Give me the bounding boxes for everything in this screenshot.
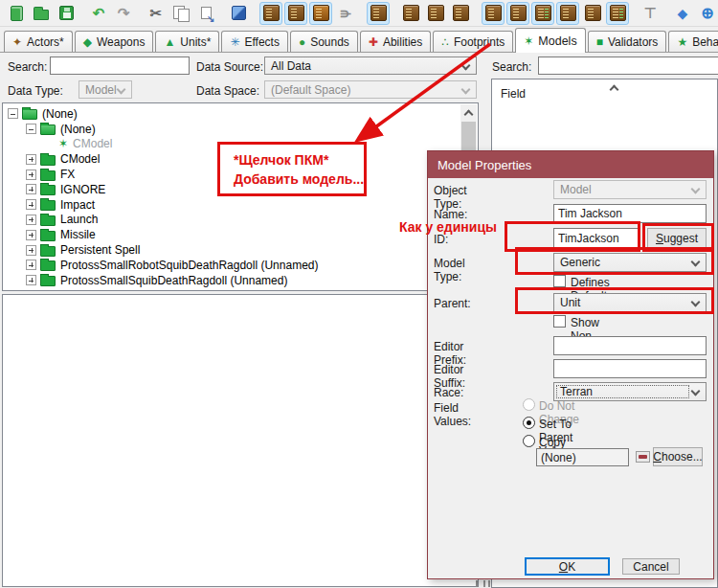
show-world-button[interactable]: ⊕ <box>696 2 718 25</box>
branch-icon: ⋔ <box>338 8 353 19</box>
defines-default-values-checkbox[interactable] <box>553 275 566 287</box>
copy-from-color-button[interactable] <box>636 451 650 463</box>
tab-abilities[interactable]: ✚Abilities <box>360 31 431 52</box>
field-search-input[interactable] <box>538 57 718 75</box>
tree-item-label: IGNORE <box>60 183 105 196</box>
show-non-default-checkbox[interactable] <box>553 315 566 328</box>
cut-button[interactable]: ✂ <box>145 2 168 25</box>
terrain-module-button[interactable] <box>259 2 282 25</box>
tab-actors[interactable]: ✦Actors* <box>4 31 73 52</box>
pathing-layer-button[interactable] <box>581 2 604 25</box>
doodads-layer-button[interactable] <box>531 2 554 25</box>
choose-button[interactable]: Choose... <box>653 447 703 466</box>
tab-models[interactable]: ✶Models <box>515 28 585 53</box>
parent-select[interactable]: Unit <box>553 293 707 312</box>
show-resources-button[interactable]: ◆ <box>671 2 694 25</box>
id-field[interactable] <box>553 228 639 248</box>
tab-effects[interactable]: ✳Effects <box>221 31 288 52</box>
tree-item[interactable]: Impact <box>4 197 460 213</box>
tree-item[interactable]: IGNORE <box>4 182 460 197</box>
paste-button[interactable] <box>194 2 217 25</box>
copy-from-field[interactable]: (None) <box>536 448 629 466</box>
race-select[interactable]: Terran <box>553 382 707 401</box>
cancel-button[interactable]: Cancel <box>622 558 680 575</box>
ok-button[interactable]: OK <box>525 557 610 576</box>
tree-item[interactable]: Persistent Spell <box>4 242 460 258</box>
tab-sounds[interactable]: ●Sounds <box>290 31 358 52</box>
data-module-button[interactable] <box>367 2 390 25</box>
tree-item[interactable]: FX <box>4 167 460 182</box>
tab-label: Effects <box>244 35 279 49</box>
scroll-up-button[interactable] <box>460 104 477 120</box>
tree-collapse-icon[interactable] <box>8 108 18 119</box>
splitter-grip[interactable] <box>488 580 490 587</box>
tree-item[interactable]: Launch <box>4 213 460 228</box>
tree-item[interactable]: (None) <box>4 122 460 137</box>
copy-from-radio[interactable] <box>523 435 535 447</box>
units-layer-button[interactable] <box>556 2 579 25</box>
text-module-button[interactable] <box>399 2 422 25</box>
tree-expand-icon[interactable] <box>26 184 36 194</box>
chevron-down-icon <box>461 61 471 71</box>
tree-item-label: FX <box>60 168 75 181</box>
tree-expand-icon[interactable] <box>26 245 36 256</box>
tab-validators[interactable]: ■Validators <box>588 31 667 52</box>
tab-behaviors[interactable]: ★Behaviors <box>668 31 718 52</box>
set-to-parent-value-radio[interactable] <box>523 417 535 429</box>
undo-button[interactable]: ↶ <box>87 2 110 25</box>
do-not-change-radio[interactable] <box>523 398 535 411</box>
data-space-select[interactable]: (Default Space) <box>264 80 477 99</box>
terrain-layer-button[interactable] <box>506 2 529 25</box>
object-type-select[interactable]: Model <box>553 180 707 199</box>
tree-expand-icon[interactable] <box>26 275 36 285</box>
model-type-select[interactable]: Generic <box>553 253 707 272</box>
splitter-grip[interactable] <box>476 580 478 587</box>
editor-prefix-field[interactable] <box>553 336 707 355</box>
data-source-select[interactable]: All Data <box>264 57 477 75</box>
trigger-module-button[interactable] <box>284 2 307 25</box>
tree-item[interactable]: Missile <box>4 227 460 242</box>
tree-item[interactable]: (None) <box>4 106 460 122</box>
splitter-grip[interactable] <box>483 580 485 587</box>
ui-module-button[interactable] <box>449 2 472 25</box>
tree-item[interactable]: ProtossSmallRobotSquibDeathRagdoll (Unna… <box>4 258 460 273</box>
sort-ascending-icon[interactable] <box>610 85 619 95</box>
tree-expand-icon[interactable] <box>26 215 36 225</box>
ai-module-button[interactable] <box>424 2 447 25</box>
undo-arrow-icon: ↶ <box>93 6 105 20</box>
open-document-button[interactable] <box>30 2 53 25</box>
tab-footprints[interactable]: ∴Footprints <box>433 31 513 52</box>
editor-suffix-field[interactable] <box>553 359 707 378</box>
dialog-title-bar[interactable]: Model Properties <box>428 151 713 178</box>
tree-expand-icon[interactable] <box>26 230 36 240</box>
save-document-button[interactable] <box>55 2 78 25</box>
data-type-select[interactable]: Model <box>79 80 132 99</box>
show-terrain-button[interactable]: ⊤ <box>639 2 662 25</box>
tab-label: Validators <box>608 35 658 49</box>
overview-manager-button[interactable] <box>482 2 505 25</box>
tab-label: Sounds <box>310 35 349 49</box>
tab-units[interactable]: ▲Units* <box>155 31 219 52</box>
field-column-header[interactable]: Field <box>501 87 526 101</box>
tree-expand-icon[interactable] <box>26 154 36 165</box>
cutscene-module-button[interactable]: ⋔ <box>334 2 357 25</box>
cameras-layer-button[interactable] <box>606 2 629 25</box>
new-document-button[interactable] <box>5 2 28 25</box>
tree-item[interactable]: CModel <box>4 151 460 167</box>
redo-button[interactable]: ↷ <box>112 2 135 25</box>
tree-expand-icon[interactable] <box>26 170 36 180</box>
name-field[interactable] <box>553 204 707 223</box>
paste-page-icon <box>201 7 212 19</box>
tree-item[interactable]: ✶CModel <box>4 137 460 152</box>
test-document-button[interactable] <box>227 2 250 25</box>
search-input[interactable] <box>50 57 190 75</box>
tree-item[interactable]: SM <box>4 288 460 289</box>
tree-item[interactable]: ProtossSmallSquibDeathRagdoll (Unnamed) <box>4 273 460 288</box>
tree-collapse-icon[interactable] <box>26 124 36 134</box>
tree-expand-icon[interactable] <box>26 199 36 210</box>
copy-button[interactable] <box>169 2 192 25</box>
suggest-button[interactable]: Suggest <box>647 228 707 248</box>
import-module-button[interactable] <box>309 2 332 25</box>
tab-weapons[interactable]: ◆Weapons <box>75 31 154 52</box>
tree-expand-icon[interactable] <box>26 260 36 270</box>
